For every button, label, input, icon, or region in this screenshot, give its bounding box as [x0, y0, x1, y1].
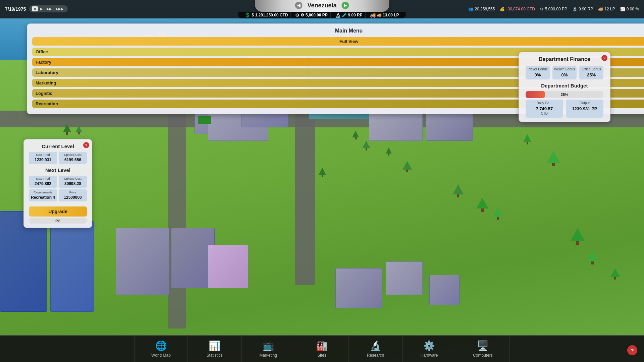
main-menu-title: Main Menu [32, 28, 644, 34]
pause-button[interactable]: ⏸ [32, 6, 38, 11]
statistics-icon: 📊 [209, 340, 220, 351]
resource-rp: 🔬 🧪 9.00 RP [332, 12, 366, 18]
research-icon: 🔬 [370, 340, 381, 351]
pp-icon: ⚙ [295, 12, 300, 18]
pp-top-icon: ⚙ [540, 7, 544, 11]
output-label: Output [568, 101, 602, 105]
lp-value: 🚚 13.00 LP [377, 13, 399, 17]
balance-value: -30,874.00 CTD [506, 7, 535, 11]
nav-research[interactable]: 🔬 Research [349, 336, 402, 362]
computers-icon: 🖥️ [477, 340, 489, 351]
office-bonus-label: Office Bonus [581, 67, 602, 71]
player-bonus-value: 0% [534, 72, 541, 77]
budget-bar-fill [526, 91, 545, 98]
lp-top-icon: 🚚 [598, 7, 603, 11]
next-max-prod-value: 2479.862 [35, 181, 51, 186]
dept-finance-title: Department Finance [526, 56, 603, 62]
population-value: 20,258,555 [475, 7, 495, 11]
office-bonus-box: Office Bonus 25% [579, 66, 603, 79]
current-level-stats: Max. Prod 1239.931 Upkeep Cost 6199.656 [29, 152, 87, 164]
world-map-label: World Map [151, 353, 171, 358]
nav-world-map[interactable]: 🌐 World Map [134, 336, 188, 362]
current-upkeep-label: Upkeep Cost [61, 153, 85, 157]
dept-finance-help[interactable]: ? [601, 55, 607, 61]
nav-hardware[interactable]: ⚙️ Hardware [402, 336, 456, 362]
requirements-value: Recreation 4 [31, 195, 55, 200]
wealth-bonus-value: 0% [561, 72, 568, 77]
pp-top-stat: ⚙ 5,000.00 PP [540, 7, 567, 11]
daily-cost-value: 7,749.57 [536, 106, 553, 111]
output-row: Daily Co... 7,749.57 CTD Output 1239.931… [526, 100, 603, 118]
nav-computers[interactable]: 🖥️ Computers [456, 336, 510, 362]
tree-9 [476, 198, 488, 212]
daily-cost-label: Daily Co... [527, 101, 561, 105]
price-value: 12500000 [64, 195, 82, 200]
next-level-stats: Max. Prod 2479.862 Upkeep Cost 30998.28 … [29, 176, 87, 201]
pp-top-value: 5,000.00 PP [545, 7, 567, 11]
play-button[interactable]: ▶ [39, 6, 44, 11]
daily-cost-box: Daily Co... 7,749.57 CTD [526, 100, 563, 118]
marketing-nav-label: Marketing [259, 353, 277, 358]
resource-bar: 💲 $ 1,281,250.00 CTD ⚙ ⚙ 5,000.00 PP 🔬 🧪… [238, 12, 406, 18]
player-bonus-box: Player Bonus 0% [526, 66, 550, 79]
resource-lp: 🚚 🚚 13.00 LP [367, 12, 402, 18]
computers-label: Computers [473, 353, 493, 358]
budget-title: Department Budget [526, 83, 603, 88]
daily-cost-unit: CTD [527, 112, 561, 115]
top-bar: 7/19/1975 ⏸ ▶ ▶▶ ▶▶▶ ◀ Venezuela ▶ 💲 $ 1… [0, 0, 644, 18]
fff-button[interactable]: ▶▶▶ [54, 6, 65, 11]
tree-8 [453, 184, 464, 197]
pct-value: 0.00 % [627, 7, 639, 11]
nav-marketing[interactable]: 📺 Marketing [241, 336, 295, 362]
resource-pp: ⚙ ⚙ 5,000.00 PP [292, 12, 330, 18]
current-level-help[interactable]: ? [83, 142, 89, 148]
tree-11 [523, 134, 531, 144]
tree-15 [610, 268, 620, 280]
pct-icon: 📈 [620, 7, 625, 11]
upgrade-button[interactable]: Upgrade [29, 206, 87, 217]
balance-stat: 💰 -30,874.00 CTD [500, 7, 535, 11]
current-level-title: Current Level [29, 143, 87, 149]
wealth-bonus-label: Wealth Bonus [554, 67, 575, 71]
wealth-bonus-box: Wealth Bonus 0% [552, 66, 577, 79]
population-stat: 👥 20,258,555 [468, 7, 495, 11]
money-icon: 💲 [245, 12, 251, 18]
resource-money: 💲 $ 1,281,250.00 CTD [242, 12, 291, 18]
next-max-prod-label: Max. Prod [31, 177, 55, 180]
location-next[interactable]: ▶ [342, 2, 349, 9]
help-corner-button[interactable]: ? [627, 345, 637, 355]
location-prev[interactable]: ◀ [295, 2, 302, 9]
nav-statistics[interactable]: 📊 Statistics [188, 336, 241, 362]
lp-top-value: 12 LP [604, 7, 615, 11]
full-view-button[interactable]: Full View [32, 37, 644, 46]
requirements-label: Requirements [31, 191, 55, 194]
hardware-icon: ⚙️ [423, 340, 435, 351]
rp-icon: 🔬 [335, 12, 341, 18]
date-controls: 7/19/1975 ⏸ ▶ ▶▶ ▶▶▶ [5, 5, 68, 12]
ff-button[interactable]: ▶▶ [45, 6, 53, 11]
office-bonus-value: 25% [587, 72, 596, 77]
current-max-prod-value: 1239.931 [35, 158, 51, 162]
play-controls: ⏸ ▶ ▶▶ ▶▶▶ [29, 5, 68, 12]
budget-percent: 25% [561, 93, 568, 97]
output-box: Output 1239.931 PP [566, 100, 603, 118]
truck-vehicle [198, 116, 211, 124]
output-value: 1239.931 PP [572, 106, 597, 111]
population-icon: 👥 [468, 7, 473, 11]
current-upkeep-value: 6199.656 [64, 158, 81, 162]
tree-6 [402, 161, 412, 172]
sites-label: Sites [317, 353, 326, 358]
money-value: $ 1,281,250.00 CTD [252, 13, 288, 17]
nav-sites[interactable]: 🏭 Sites [295, 336, 349, 362]
current-max-prod-box: Max. Prod 1239.931 [29, 152, 57, 164]
bottom-right-2 [386, 261, 423, 295]
current-max-prod-label: Max. Prod [31, 153, 55, 157]
tree-2 [75, 126, 82, 134]
tree-3 [352, 131, 359, 139]
price-label: Price [61, 191, 85, 194]
current-upkeep-box: Upkeep Cost 6199.656 [59, 152, 87, 164]
next-level-title: Next Level [29, 167, 87, 173]
game-date: 7/19/1975 [5, 6, 26, 12]
center-header: ◀ Venezuela ▶ 💲 $ 1,281,250.00 CTD ⚙ ⚙ 5… [238, 0, 406, 18]
tree-4 [362, 141, 370, 150]
